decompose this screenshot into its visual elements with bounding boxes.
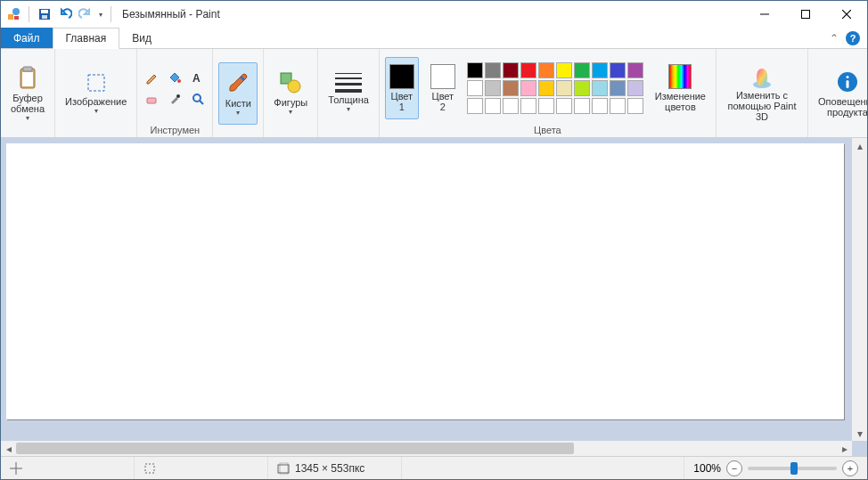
zoom-level: 100% bbox=[693, 462, 721, 475]
svg-point-18 bbox=[193, 94, 201, 102]
size-label: Толщина bbox=[328, 94, 369, 105]
tab-home[interactable]: Главная bbox=[53, 28, 120, 49]
minimize-button[interactable] bbox=[744, 1, 785, 28]
pencil-icon[interactable] bbox=[143, 69, 160, 86]
canvas-size-cell: 1345 × 553пкс bbox=[268, 457, 402, 479]
zoom-slider[interactable] bbox=[748, 467, 837, 470]
brushes-label: Кисти bbox=[225, 98, 251, 109]
color-picker-icon[interactable] bbox=[166, 90, 184, 108]
palette-swatch[interactable] bbox=[467, 62, 483, 78]
size-button[interactable]: Толщина ▾ bbox=[323, 62, 373, 125]
svg-point-14 bbox=[177, 79, 181, 83]
horizontal-scrollbar[interactable]: ◂ ▸ bbox=[1, 441, 852, 456]
svg-rect-7 bbox=[802, 11, 810, 19]
vertical-scrollbar[interactable]: ▴ ▾ bbox=[852, 138, 867, 441]
palette-swatch[interactable] bbox=[485, 80, 501, 96]
brushes-button[interactable]: Кисти ▾ bbox=[218, 62, 258, 125]
palette-empty-swatch[interactable] bbox=[610, 98, 626, 114]
palette-swatch[interactable] bbox=[503, 80, 519, 96]
scroll-thumb[interactable] bbox=[16, 443, 574, 454]
zoom-in-button[interactable]: + bbox=[842, 460, 858, 476]
palette-swatch[interactable] bbox=[627, 62, 643, 78]
undo-icon[interactable] bbox=[58, 7, 72, 21]
group-label: Инструмен bbox=[151, 126, 201, 135]
scroll-up-icon[interactable]: ▴ bbox=[852, 138, 867, 153]
shapes-button[interactable]: Фигуры ▾ bbox=[269, 62, 312, 125]
close-button[interactable] bbox=[826, 1, 867, 28]
tab-file[interactable]: Файл bbox=[1, 28, 53, 48]
palette-swatch[interactable] bbox=[574, 62, 590, 78]
app-icon bbox=[6, 7, 20, 21]
svg-line-19 bbox=[200, 101, 203, 104]
selection-size-cell bbox=[135, 457, 268, 479]
group-alert: Оповещение продукта bbox=[808, 49, 868, 137]
palette-empty-swatch[interactable] bbox=[627, 98, 643, 114]
color1-button[interactable]: Цвет 1 bbox=[385, 57, 419, 119]
alert-label: Оповещение продукта bbox=[818, 96, 868, 118]
zoom-slider-knob[interactable] bbox=[790, 462, 798, 475]
palette-swatch[interactable] bbox=[610, 62, 626, 78]
caret-icon: ▾ bbox=[94, 107, 98, 115]
help-icon[interactable]: ? bbox=[846, 31, 860, 45]
palette-swatch[interactable] bbox=[627, 80, 643, 96]
clipboard-button[interactable]: Буфер обмена ▾ bbox=[6, 62, 49, 125]
palette-empty-swatch[interactable] bbox=[574, 98, 590, 114]
palette-swatch[interactable] bbox=[538, 62, 554, 78]
scroll-down-icon[interactable]: ▾ bbox=[852, 426, 867, 441]
group-image: Изображение ▾ bbox=[55, 49, 137, 137]
quick-access-toolbar: ▾ Безымянный - Paint bbox=[1, 6, 225, 22]
palette-swatch[interactable] bbox=[556, 62, 572, 78]
svg-rect-2 bbox=[14, 16, 19, 20]
palette-swatch[interactable] bbox=[485, 62, 501, 78]
dimensions-text: 1345 × 553пкс bbox=[295, 462, 364, 475]
palette-swatch[interactable] bbox=[556, 80, 572, 96]
scroll-left-icon[interactable]: ◂ bbox=[1, 441, 16, 456]
palette-empty-swatch[interactable] bbox=[467, 98, 483, 114]
zoom-out-button[interactable]: − bbox=[726, 460, 742, 476]
palette-empty-swatch[interactable] bbox=[485, 98, 501, 114]
palette-empty-swatch[interactable] bbox=[538, 98, 554, 114]
palette-swatch[interactable] bbox=[538, 80, 554, 96]
title-bar: ▾ Безымянный - Paint bbox=[1, 1, 867, 28]
scroll-track[interactable] bbox=[16, 441, 837, 456]
qat-customize-icon[interactable]: ▾ bbox=[99, 11, 102, 19]
fill-icon[interactable] bbox=[166, 69, 184, 86]
svg-rect-11 bbox=[23, 67, 32, 71]
canvas[interactable] bbox=[6, 143, 844, 419]
window-controls bbox=[744, 1, 867, 28]
canvas-area: ▴ ▾ ◂ ▸ bbox=[1, 138, 867, 456]
group-shapes: Фигуры ▾ bbox=[264, 49, 318, 137]
palette-swatch[interactable] bbox=[610, 80, 626, 96]
palette-swatch[interactable] bbox=[467, 80, 483, 96]
color2-button[interactable]: Цвет 2 bbox=[426, 57, 460, 119]
palette-swatch[interactable] bbox=[592, 80, 608, 96]
palette-swatch[interactable] bbox=[592, 62, 608, 78]
palette-swatch[interactable] bbox=[503, 62, 519, 78]
svg-rect-12 bbox=[22, 72, 33, 86]
scroll-track[interactable] bbox=[852, 153, 867, 426]
save-icon[interactable] bbox=[37, 7, 52, 21]
palette-empty-swatch[interactable] bbox=[556, 98, 572, 114]
scroll-right-icon[interactable]: ▸ bbox=[837, 441, 852, 456]
palette-swatch[interactable] bbox=[520, 62, 536, 78]
eraser-icon[interactable] bbox=[143, 90, 160, 108]
maximize-button[interactable] bbox=[785, 1, 826, 28]
product-alert-button[interactable]: Оповещение продукта bbox=[814, 62, 868, 125]
tools-grid: A bbox=[143, 69, 207, 108]
image-select-button[interactable]: Изображение ▾ bbox=[61, 62, 131, 125]
magnifier-icon[interactable] bbox=[189, 90, 207, 108]
redo-icon[interactable] bbox=[78, 7, 93, 21]
tab-view[interactable]: Вид bbox=[119, 28, 164, 48]
edit-colors-button[interactable]: Изменение цветов bbox=[651, 57, 710, 119]
svg-text:A: A bbox=[192, 72, 201, 85]
palette-empty-swatch[interactable] bbox=[520, 98, 536, 114]
palette-swatch[interactable] bbox=[574, 80, 590, 96]
color-palette bbox=[467, 62, 643, 114]
text-icon[interactable]: A bbox=[189, 69, 207, 86]
palette-empty-swatch[interactable] bbox=[592, 98, 608, 114]
palette-swatch[interactable] bbox=[520, 80, 536, 96]
collapse-ribbon-icon[interactable]: ⌃ bbox=[830, 32, 839, 45]
palette-empty-swatch[interactable] bbox=[503, 98, 519, 114]
caret-icon: ▾ bbox=[347, 105, 350, 113]
paint3d-button[interactable]: Изменить с помощью Paint 3D bbox=[722, 62, 802, 125]
